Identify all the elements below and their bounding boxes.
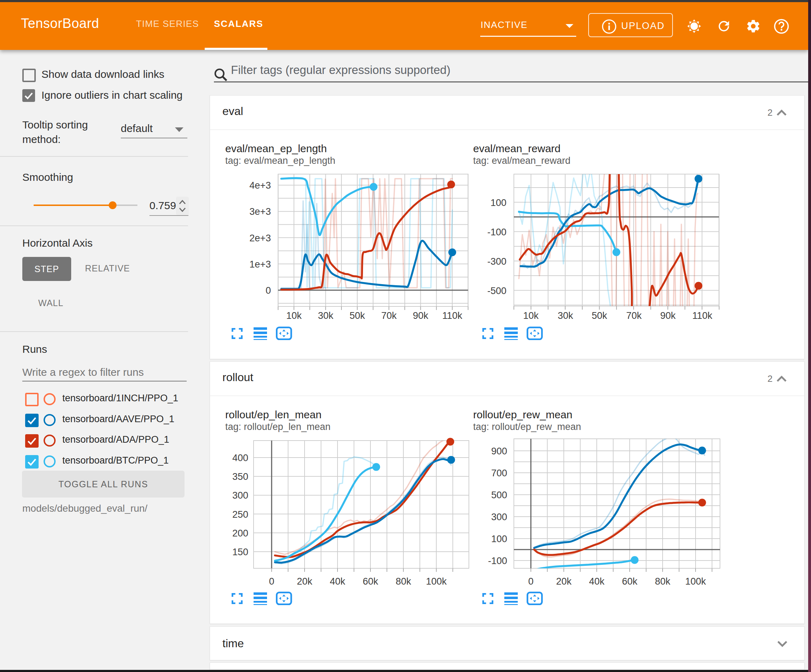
svg-text:100k: 100k [426,576,447,587]
svg-text:500: 500 [491,490,507,500]
svg-text:60k: 60k [363,576,378,587]
svg-text:-300: -300 [487,256,506,267]
svg-text:80k: 80k [655,576,670,587]
svg-text:100: 100 [490,198,506,208]
svg-text:400: 400 [232,453,248,463]
svg-text:300: 300 [491,512,507,522]
svg-text:20k: 20k [297,576,312,587]
svg-text:90k: 90k [413,310,429,321]
svg-text:70k: 70k [626,310,642,321]
svg-text:40k: 40k [589,576,604,587]
svg-text:30k: 30k [558,310,573,321]
svg-text:250: 250 [232,509,248,520]
svg-text:-100: -100 [488,555,507,566]
svg-text:200: 200 [232,528,248,538]
svg-text:150: 150 [232,547,248,557]
svg-text:50k: 50k [350,310,365,321]
svg-text:30k: 30k [318,310,334,321]
svg-text:-100: -100 [487,227,506,237]
svg-text:10k: 10k [523,310,539,321]
svg-text:900: 900 [491,446,507,457]
svg-text:20k: 20k [556,576,572,587]
svg-text:110k: 110k [692,310,713,321]
svg-text:0: 0 [528,576,533,587]
svg-text:4e+3: 4e+3 [249,180,271,191]
svg-text:-500: -500 [487,286,506,296]
svg-text:100: 100 [491,534,507,544]
svg-text:80k: 80k [395,576,411,587]
svg-text:100k: 100k [685,576,706,587]
svg-text:1e+3: 1e+3 [249,259,271,270]
svg-text:10k: 10k [286,310,302,321]
svg-text:0: 0 [269,576,274,587]
svg-text:40k: 40k [330,576,345,587]
svg-text:110k: 110k [442,310,463,321]
svg-text:350: 350 [232,471,248,482]
svg-text:70k: 70k [381,310,397,321]
svg-text:300: 300 [232,490,248,501]
svg-text:0: 0 [266,285,271,296]
svg-text:90k: 90k [660,310,676,321]
svg-text:50k: 50k [592,310,607,321]
svg-text:3e+3: 3e+3 [249,206,271,217]
svg-text:700: 700 [491,468,507,479]
svg-text:2e+3: 2e+3 [249,233,271,244]
svg-text:60k: 60k [622,576,638,587]
